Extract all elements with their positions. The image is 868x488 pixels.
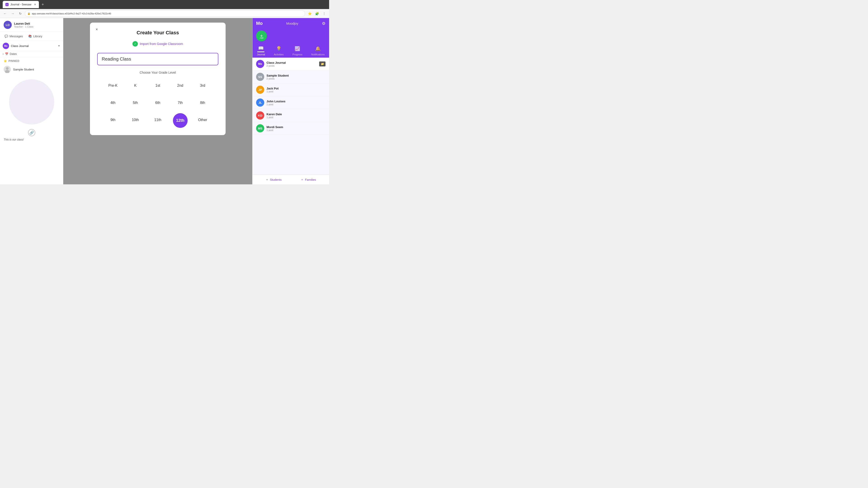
student-list-item[interactable]: JP Jack Pot 1 post [252,84,329,96]
grade-label: Choose Your Grade Level [97,71,218,74]
messages-nav-item[interactable]: 💬 Messages [3,34,25,39]
student-list-item[interactable]: JL John Louises 1 post [252,96,329,109]
back-button[interactable]: ← [2,10,8,17]
dates-bar[interactable]: ‹ 📅 Dates [0,51,63,57]
grade-item-10[interactable]: 10th [129,113,142,127]
forward-button[interactable]: → [9,10,16,17]
tab-close-button[interactable]: ✕ [34,3,36,6]
student-avatar: KD [256,111,264,120]
modal-close-button[interactable]: × [94,26,100,33]
gear-icon[interactable]: ⚙ [322,21,326,26]
student-name: Karen Dale [267,112,326,116]
modal-overlay: × Create Your Class ✓ Import from Google… [63,18,252,184]
student-info: Jack Pot 1 post [267,87,326,93]
right-nav-item-activities[interactable]: 💡 Activities [274,45,283,56]
right-nav: 📖 Journal 💡 Activities 📈 Progress 🔔 Noti… [252,43,329,58]
main-content: × Create Your Class ✓ Import from Google… [63,18,252,184]
pinned-label: ⭐ Pinned [4,59,59,63]
app-container: LD Lauren Deli Teacher - 1 Class 💬 Messa… [0,18,329,184]
grade-item-1[interactable]: 1st [151,79,164,92]
plus-students-icon: ＋ [266,177,269,182]
url-bar[interactable]: 🔒 app.seesaw.me/#/class/class.e01bf4c2-9… [25,10,305,17]
tab-favicon: S [5,3,8,6]
student-list: SS Sample Student 2 posts JP Jack Pot 1 … [252,70,329,135]
tab-title: Journal - Seesaw [10,3,31,6]
extensions-icon[interactable]: 🧩 [314,10,320,17]
grade-item-11[interactable]: 11th [151,113,164,127]
families-label: Families [305,178,316,182]
right-panel: Mo Moodjoy ⚙ + Add 📖 Journal 💡 Activitie… [252,18,329,184]
grade-grid: Pre-KK1st2nd3rd4th5th6th7th8th9th10th11t… [97,79,218,128]
nav-label-progress: Progress [292,53,303,56]
star-icon: ⭐ [4,59,7,63]
students-button[interactable]: ＋ Students [266,177,281,182]
student-info: John Louises 1 post [267,100,326,106]
grade-item-5[interactable]: 5th [129,96,142,109]
google-import-link[interactable]: Import from Google Classroom [140,42,183,46]
grade-item-9[interactable]: 9th [106,113,120,127]
grade-item-k[interactable]: K [129,79,142,92]
student-name-sample: Sample Student [13,68,34,71]
student-list-item[interactable]: KD Karen Dale 1 post [252,109,329,122]
student-list-item[interactable]: MS Mordi Seem 1 post [252,122,329,135]
user-avatar: LD [4,21,12,29]
right-nav-item-progress[interactable]: 📈 Progress [292,45,303,56]
nav-icon-activities: 💡 [275,45,282,52]
class-selector[interactable]: Mo Class Journal ▼ [0,41,63,51]
top-nav: 💬 Messages 📚 Library [0,32,63,41]
class-journal-avatar: Mo [256,60,264,68]
right-nav-item-notifications[interactable]: 🔔 Notifications [311,45,325,56]
grade-item-prek[interactable]: Pre-K [106,79,120,92]
link-icon[interactable]: 🔗 [28,129,35,136]
grade-item-12[interactable]: 12th [173,113,188,128]
google-import-section[interactable]: ✓ Import from Google Classroom [97,41,218,46]
folder-icon[interactable]: 📁 [319,61,326,66]
sidebar-bg-decoration [9,79,54,125]
add-button[interactable]: + Add [256,31,267,41]
user-info: Lauren Deli Teacher - 1 Class [14,22,59,28]
right-nav-item-journal[interactable]: 📖 Journal [257,45,265,56]
grade-item-6[interactable]: 6th [151,96,164,109]
messages-icon: 💬 [4,35,8,38]
chevron-left-icon[interactable]: ‹ [3,53,4,56]
student-name: Mordi Seem [267,125,326,129]
calendar-icon: 📅 [5,53,8,56]
browser-tab[interactable]: S Journal - Seesaw ✕ [3,1,39,8]
nav-icon-journal: 📖 [257,45,265,52]
bookmark-icon[interactable]: ⭐ [307,10,313,17]
families-button[interactable]: ＋ Families [301,177,316,182]
user-role: Teacher - 1 Class [14,25,59,28]
student-item[interactable]: Sample Student [0,64,63,75]
browser-chrome: S Journal - Seesaw ✕ + [0,0,329,9]
navigation-bar: ← → ↻ 🔒 app.seesaw.me/#/class/class.e01b… [0,9,329,18]
student-name: Jack Pot [267,87,326,90]
student-avatar: SS [256,73,264,81]
grade-item-2[interactable]: 2nd [174,79,187,92]
student-list-item[interactable]: SS Sample Student 2 posts [252,70,329,84]
user-header: LD Lauren Deli Teacher - 1 Class [0,18,63,32]
nav-icon-progress: 📈 [294,45,301,52]
nav-icon-notifications: 🔔 [314,45,322,52]
grade-item-4[interactable]: 4th [106,96,120,109]
new-tab-button[interactable]: + [41,2,44,7]
grade-item-7[interactable]: 7th [174,96,187,109]
student-posts: 1 post [267,103,326,106]
lock-icon: 🔒 [27,12,31,15]
grade-item-8[interactable]: 8th [196,96,209,109]
url-text: app.seesaw.me/#/class/class.e01bf4c2-9a2… [32,12,111,15]
library-nav-item[interactable]: 📚 Library [26,34,44,39]
student-avatar-sample [4,66,11,73]
student-posts: 1 post [267,90,326,93]
student-info: Karen Dale 1 post [267,112,326,119]
class-name-input[interactable] [97,53,218,65]
students-label: Students [270,178,281,182]
browser-menu-icon[interactable]: ⋮ [321,10,327,17]
modal-title: Create Your Class [97,30,218,36]
refresh-button[interactable]: ↻ [17,10,24,17]
grade-item-3[interactable]: 3rd [196,79,209,92]
student-name: Sample Student [267,74,326,77]
class-journal-entry[interactable]: Mo Class Journal 2 posts 📁 [252,58,329,70]
student-info: Mordi Seem 1 post [267,125,326,131]
grade-item-other[interactable]: Other [196,113,209,127]
class-name: Class Journal [11,44,56,48]
